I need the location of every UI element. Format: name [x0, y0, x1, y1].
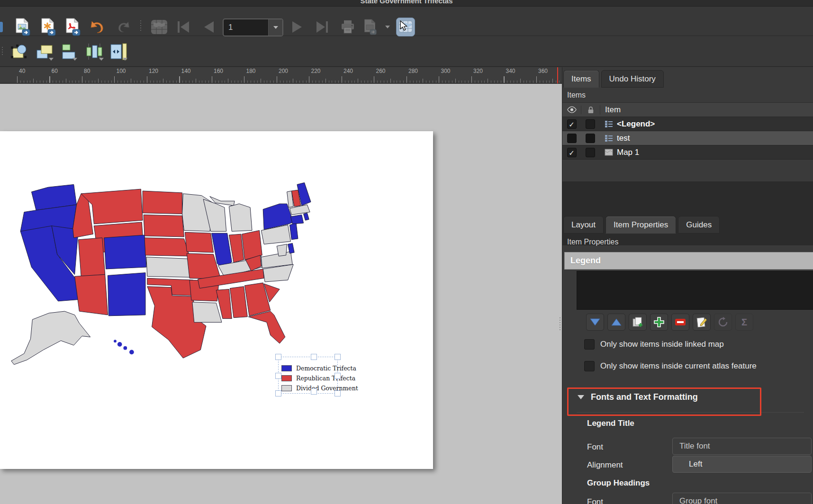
ruler-tick-label: 100	[117, 68, 126, 74]
selection-handle[interactable]	[334, 354, 341, 360]
atlas-feature-dropdown[interactable]	[268, 19, 282, 36]
move-down-button[interactable]	[586, 314, 604, 331]
export-atlas-icon[interactable]	[362, 18, 378, 36]
atlas-previous-feature-icon[interactable]	[202, 19, 215, 35]
layout-canvas[interactable]: Democratic Trifecta Republican Trifecta …	[0, 84, 562, 504]
title-font-button[interactable]: Title font	[672, 438, 812, 455]
selection-handle[interactable]	[275, 373, 281, 379]
tab-items[interactable]: Items	[563, 70, 599, 88]
selection-handle[interactable]	[311, 354, 317, 360]
edit-item-button[interactable]	[693, 314, 711, 331]
clipped-toolbar-icon[interactable]	[0, 18, 4, 36]
legend-items-toolbar: Σ	[586, 314, 753, 331]
right-dock-panel: Items Undo History Items Item ✓ <Legend	[562, 67, 813, 504]
legend-swatch-democratic	[281, 365, 292, 371]
export-atlas-dropdown-icon[interactable]	[385, 25, 390, 29]
item-row-test[interactable]: test	[562, 131, 813, 145]
items-toolbar	[0, 36, 813, 67]
selection-handle[interactable]	[311, 388, 317, 395]
export-as-svg-button[interactable]	[39, 18, 57, 36]
atlas-settings-icon[interactable]	[150, 18, 169, 36]
ruler-tick-label: 80	[84, 68, 90, 74]
tab-item-properties[interactable]: Item Properties	[605, 216, 676, 234]
raise-items-icon[interactable]	[35, 43, 54, 61]
distribute-items-icon[interactable]	[84, 42, 104, 61]
distribute-items-dropdown-icon[interactable]	[99, 57, 104, 61]
alignment-combobox[interactable]: Left	[672, 456, 812, 473]
ruler-red-marker	[557, 67, 558, 83]
lock-icon	[581, 106, 600, 114]
dock-tabs: Items Undo History	[563, 70, 664, 88]
visibility-checkbox[interactable]: ✓	[567, 119, 577, 129]
selection-handle[interactable]	[275, 390, 281, 396]
lock-checkbox[interactable]	[586, 119, 595, 129]
checkbox-box[interactable]	[584, 361, 595, 371]
legend-entry-republican: Republican Trifecta	[281, 375, 355, 382]
selection-handle[interactable]	[334, 390, 341, 396]
layout-page[interactable]: Democratic Trifecta Republican Trifecta …	[0, 131, 433, 469]
lock-checkbox[interactable]	[586, 134, 595, 143]
legend-section-title: Legend	[565, 256, 601, 266]
item-properties-title: Item Properties	[567, 238, 618, 246]
atlas-feature-value[interactable]: 1	[224, 19, 268, 36]
atlas-last-feature-icon[interactable]	[315, 19, 330, 35]
duplicate-item-button[interactable]	[629, 314, 647, 331]
alignment-label: Alignment	[587, 460, 623, 470]
items-table-header: Item	[562, 102, 813, 117]
legend-swatch-republican	[281, 375, 292, 381]
mouse-cursor	[399, 20, 409, 31]
tab-layout[interactable]: Layout	[563, 216, 604, 234]
legend-item-icon	[605, 135, 613, 142]
group-font-button[interactable]: Group font	[672, 493, 812, 504]
ruler-tick-label: 40	[19, 68, 25, 74]
print-layout-icon[interactable]	[339, 18, 356, 36]
atlas-feature-combobox[interactable]: 1	[223, 18, 283, 36]
add-item-button[interactable]	[650, 314, 668, 331]
resize-items-icon[interactable]	[109, 42, 128, 61]
ruler-tick-label: 240	[343, 68, 353, 74]
item-label[interactable]: <Legend>	[617, 119, 655, 129]
map-legend-item[interactable]: Democratic Trifecta Republican Trifecta …	[278, 357, 338, 394]
tab-guides[interactable]: Guides	[678, 216, 720, 234]
selection-handle[interactable]	[334, 373, 341, 379]
checkbox-linked-map[interactable]: Only show items inside linked map	[584, 339, 724, 350]
layout-toolbar: 1	[0, 7, 813, 36]
window-titlebar: State Government Trifectas	[0, 0, 813, 7]
toolbar-separator	[139, 20, 142, 31]
export-as-pdf-button[interactable]	[63, 18, 81, 36]
redo-icon[interactable]	[116, 19, 132, 35]
export-as-image-button[interactable]	[13, 18, 31, 36]
ruler-tick-label: 140	[181, 68, 191, 74]
item-label[interactable]: Map 1	[617, 148, 639, 157]
undo-icon[interactable]	[88, 18, 106, 36]
selection-handle[interactable]	[275, 354, 281, 360]
select-move-item-icon[interactable]	[9, 43, 28, 61]
raise-items-dropdown-icon[interactable]	[48, 57, 54, 61]
checkbox-box[interactable]	[584, 339, 595, 350]
item-row-map1[interactable]: ✓ Map 1	[562, 145, 813, 160]
item-label[interactable]: test	[617, 134, 630, 143]
legend-swatch-divided	[281, 385, 292, 391]
item-row-legend[interactable]: ✓ <Legend>	[562, 117, 813, 131]
resize-items-dropdown-icon[interactable]	[122, 57, 128, 61]
panel-splitter-handle[interactable]	[560, 317, 560, 330]
horizontal-ruler: 4060801001201401601802002202402602803003…	[0, 67, 562, 83]
update-all-button[interactable]	[714, 314, 732, 331]
legend-items-tree[interactable]	[577, 271, 813, 310]
align-items-icon[interactable]	[61, 43, 78, 61]
move-up-button[interactable]	[607, 314, 625, 331]
us-trifecta-map	[4, 176, 316, 374]
expression-button[interactable]: Σ	[735, 314, 753, 331]
visibility-checkbox[interactable]	[567, 134, 577, 143]
align-items-dropdown-icon[interactable]	[72, 57, 78, 61]
group-font-label: Font	[587, 497, 603, 504]
lock-checkbox[interactable]	[586, 148, 595, 157]
atlas-first-feature-icon[interactable]	[176, 19, 190, 35]
atlas-next-feature-icon[interactable]	[291, 19, 304, 35]
remove-item-button[interactable]	[671, 314, 689, 331]
visibility-checkbox[interactable]: ✓	[567, 148, 577, 157]
checkbox-atlas-feature[interactable]: Only show items inside current atlas fea…	[584, 361, 757, 371]
tab-undo-history[interactable]: Undo History	[601, 70, 664, 88]
ruler-tick-label: 220	[311, 68, 321, 74]
group-headings-label: Group Headings	[587, 478, 650, 488]
